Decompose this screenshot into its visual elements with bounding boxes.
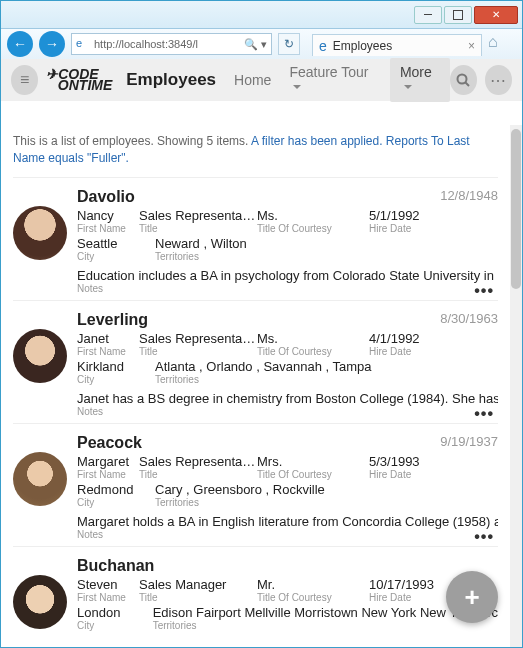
title-label: Title [139,592,257,603]
last-name: Buchanan [77,557,498,575]
tab-title: Employees [333,39,392,53]
territories-label: Territories [155,374,498,385]
avatar [13,452,67,506]
plus-icon: + [464,582,479,613]
app-header: ≡ ✈CODE ONTIME Employees Home Feature To… [1,59,522,101]
job-title: Sales Manager [139,577,257,592]
territories-label: Territories [155,497,498,508]
notes: Education includes a BA in psychology fr… [77,268,498,283]
courtesy-label: Title Of Courtesy [257,592,369,603]
city: London [77,605,153,620]
avatar [13,206,67,260]
hire-date: 5/1/1992 [369,208,498,223]
employee-card[interactable]: Leverling8/30/1963JanetFirst NameSales R… [13,300,498,423]
hire-label: Hire Date [369,223,498,234]
nav-feature-tour[interactable]: Feature Tour [289,64,372,96]
job-title: Sales Representative [139,208,257,223]
item-more-icon[interactable]: ••• [474,405,494,423]
hire-label: Hire Date [369,346,498,357]
city: Kirkland [77,359,155,374]
first-name-label: First Name [77,223,139,234]
first-name: Steven [77,577,139,592]
svg-point-0 [458,75,467,84]
courtesy-label: Title Of Courtesy [257,346,369,357]
city-label: City [77,374,155,385]
birth-date: 8/30/1963 [440,311,498,326]
add-button[interactable]: + [446,571,498,623]
url-search-icon: 🔍 ▾ [244,38,267,51]
content-area: This is a list of employees. Showing 5 i… [1,125,522,647]
courtesy: Ms. [257,208,369,223]
courtesy: Mrs. [257,454,369,469]
courtesy: Ms. [257,331,369,346]
first-name-label: First Name [77,592,139,603]
scrollbar-thumb[interactable] [511,129,521,289]
notes-label: Notes [77,406,498,417]
tab-bar: e Employees × [306,32,482,56]
last-name: Peacock [77,434,498,452]
hire-date: 4/1/1992 [369,331,498,346]
birth-date: 12/8/1948 [440,188,498,203]
ie-icon: e [76,37,90,51]
notes-label: Notes [77,529,498,540]
title-label: Title [139,469,257,480]
employee-card[interactable]: Davolio12/8/1948NancyFirst NameSales Rep… [13,177,498,300]
first-name-label: First Name [77,469,139,480]
window-titlebar [1,1,522,29]
nav-more[interactable]: More [390,58,450,102]
url-text: http://localhost:3849/l [94,38,198,50]
territories: Edison Fairport Mellville Morristown New… [153,605,498,620]
notes: Janet has a BS degree in chemistry from … [77,391,498,406]
search-icon [455,72,471,88]
employee-card[interactable]: Peacock9/19/1937MargaretFirst NameSales … [13,423,498,546]
last-name: Leverling [77,311,498,329]
avatar [13,575,67,629]
title-label: Title [139,223,257,234]
list-info-message: This is a list of employees. Showing 5 i… [13,133,498,167]
refresh-button[interactable]: ↻ [278,33,300,55]
city-label: City [77,251,155,262]
nav-home[interactable]: Home [234,72,271,88]
item-more-icon[interactable]: ••• [474,528,494,546]
notes: Margaret holds a BA in English literatur… [77,514,498,529]
window-maximize-button[interactable] [444,6,472,24]
browser-tab[interactable]: e Employees × [312,34,482,56]
scrollbar-track[interactable] [510,125,522,647]
employee-card[interactable]: BuchananStevenFirst NameSales ManagerTit… [13,546,498,637]
birth-date: 9/19/1937 [440,434,498,449]
page-title: Employees [126,70,216,90]
courtesy: Mr. [257,577,369,592]
territories: Atlanta , Orlando , Savannah , Tampa [155,359,498,374]
courtesy-label: Title Of Courtesy [257,223,369,234]
notes-label: Notes [77,283,498,294]
back-button[interactable]: ← [7,31,33,57]
search-button[interactable] [450,65,477,95]
more-actions-button[interactable]: ⋯ [485,65,512,95]
territories: Neward , Wilton [155,236,498,251]
close-tab-icon[interactable]: × [468,39,475,53]
window-close-button[interactable] [474,6,518,24]
first-name: Margaret [77,454,139,469]
city: Redmond [77,482,155,497]
menu-button[interactable]: ≡ [11,65,38,95]
city-label: City [77,497,155,508]
city: Seattle [77,236,155,251]
forward-button[interactable]: → [39,31,65,57]
territories: Cary , Greensboro , Rockville [155,482,498,497]
hire-label: Hire Date [369,469,498,480]
info-text: This is a list of employees. Showing 5 i… [13,134,251,148]
app-logo: ✈CODE ONTIME [46,69,112,91]
city-label: City [77,620,153,631]
first-name: Janet [77,331,139,346]
home-icon[interactable]: ⌂ [488,33,510,55]
list-scroll: This is a list of employees. Showing 5 i… [1,125,510,647]
address-bar[interactable]: e http://localhost:3849/l 🔍 ▾ [71,33,272,55]
first-name: Nancy [77,208,139,223]
territories-label: Territories [155,251,498,262]
job-title: Sales Representative [139,331,257,346]
window-minimize-button[interactable] [414,6,442,24]
avatar [13,329,67,383]
hire-date: 5/3/1993 [369,454,498,469]
item-more-icon[interactable]: ••• [474,282,494,300]
first-name-label: First Name [77,346,139,357]
